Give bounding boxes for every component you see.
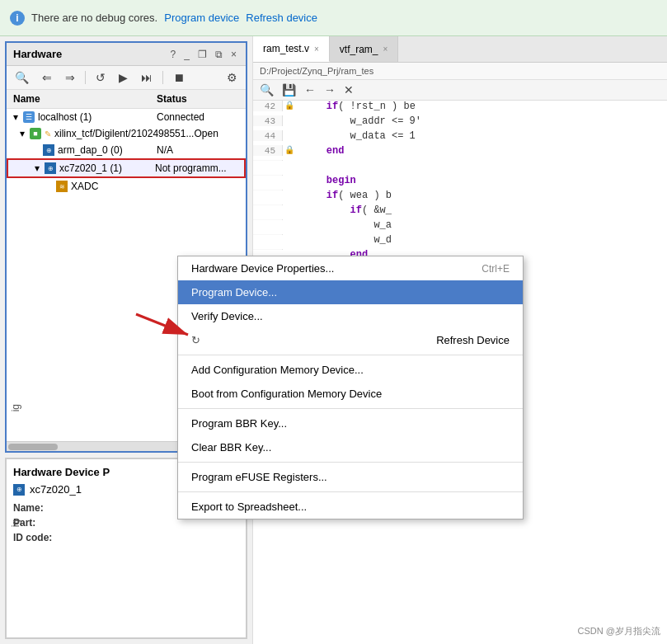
settings-button[interactable]: ⚙: [223, 69, 241, 86]
tree-item-xc7[interactable]: ▾ ⊕ xc7z020_1 (1) Not programm...: [7, 158, 246, 178]
restore-button[interactable]: ❐: [195, 49, 209, 60]
code-line-if-wea: if( wea ) b: [253, 190, 667, 204]
prop-id: ID code:: [13, 532, 239, 543]
hardware-panel-title: Hardware: [13, 48, 62, 60]
menu-program-label: Program Device...: [191, 286, 277, 298]
menu-refresh-device[interactable]: ↻ Refresh Device: [178, 328, 523, 352]
scrollbar-thumb[interactable]: [8, 444, 58, 450]
xadc-icon: ≋: [56, 181, 68, 192]
line-code-44: w_data <= 1: [296, 130, 416, 142]
menu-hw-props-label: Hardware Device Properties...: [191, 262, 334, 275]
line-code-begin: begin: [296, 175, 356, 186]
menu-boot-config[interactable]: Boot from Configuration Memory Device: [178, 382, 523, 406]
refresh-button[interactable]: ↺: [92, 69, 109, 86]
tree-item-localhost[interactable]: ▾ ☰ localhost (1) Connected: [7, 109, 246, 125]
line-num-44: 44: [253, 130, 283, 141]
menu-program-device[interactable]: Program Device...: [178, 280, 523, 304]
line-code-43: w_addr <= 9': [296, 115, 421, 127]
xc7-status: Not programm...: [155, 162, 237, 174]
save-button[interactable]: 💾: [282, 83, 296, 96]
line-num-42: 42: [253, 101, 283, 111]
forward-button[interactable]: →: [324, 83, 336, 96]
info-text: There are no debug cores.: [31, 12, 157, 24]
menu-program-bbr-label: Program BBR Key...: [191, 417, 287, 430]
menu-export-spreadsheet[interactable]: Export to Spreadsheet...: [178, 495, 523, 519]
line-num-if-wea: [253, 190, 283, 190]
ig-label-1: ig: [10, 404, 21, 411]
menu-sep-2: [178, 408, 523, 409]
tab-bar: ram_test.v × vtf_ram_ ×: [253, 36, 667, 63]
tab-ram-test-close[interactable]: ×: [314, 45, 319, 54]
server-icon: ☰: [23, 111, 35, 123]
expand-icon-xc7: ▾: [35, 162, 40, 174]
minimize-button[interactable]: _: [181, 49, 192, 60]
menu-sep-4: [178, 491, 523, 492]
search-button[interactable]: 🔍: [12, 69, 32, 86]
line-num-blank: [253, 160, 283, 161]
menu-program-efuse-label: Program eFUSE Registers...: [191, 471, 327, 483]
menu-verify-device[interactable]: Verify Device...: [178, 304, 523, 328]
back-button[interactable]: ←: [304, 83, 316, 96]
search-code-button[interactable]: 🔍: [260, 83, 274, 96]
ig-label-2: ig: [10, 519, 21, 527]
toolbar-sep-2: [162, 71, 163, 84]
menu-export-label: Export to Spreadsheet...: [191, 501, 307, 513]
tab-vtf-ram[interactable]: vtf_ram_ ×: [330, 36, 399, 62]
line-num-wd: [253, 234, 283, 235]
menu-program-efuse[interactable]: Program eFUSE Registers...: [178, 465, 523, 489]
line-num-if-addr: [253, 204, 283, 205]
code-line-44: 44 w_data <= 1: [253, 130, 667, 145]
watermark: CSDN @岁月指尖流: [578, 625, 660, 637]
info-icon: i: [10, 11, 25, 26]
file-path: D:/Project/Zynq_Prj/ram_tes: [253, 63, 667, 80]
code-line-45: 45 🔒 end: [253, 145, 667, 160]
close-button[interactable]: ×: [228, 49, 239, 60]
program-device-link[interactable]: Program device: [164, 12, 239, 24]
tree-item-tcf[interactable]: ▾ ■ ✎ xilinx_tcf/Digilent/2102498551... …: [7, 125, 246, 142]
tab-vtf-ram-label: vtf_ram_: [340, 44, 378, 55]
tab-vtf-ram-close[interactable]: ×: [383, 45, 388, 54]
xc7-icon: ⊕: [45, 162, 56, 174]
code-line-begin: begin: [253, 175, 667, 190]
tcf-label: xilinx_tcf/Digilent/2102498551...: [54, 128, 194, 139]
arm-icon: ⊕: [43, 144, 54, 156]
line-num-wa: [253, 219, 283, 220]
collapse-all-button[interactable]: ⇐: [39, 69, 55, 86]
pencil-icon: ✎: [45, 129, 51, 139]
xc7-label: xc7z020_1 (1): [59, 162, 122, 174]
help-button[interactable]: ?: [168, 49, 179, 60]
line-code-42: if( !rst_n ) be: [296, 101, 416, 112]
expand-button[interactable]: ⇒: [62, 69, 78, 86]
tree-item-xadc[interactable]: ▾ ≋ XADC: [7, 178, 246, 195]
tree-header: Name Status: [7, 90, 246, 109]
line-lock-42: 🔒: [283, 101, 296, 110]
external-button[interactable]: ⧉: [213, 49, 225, 60]
column-status: Status: [157, 93, 239, 105]
info-bar: i There are no debug cores. Program devi…: [0, 0, 667, 36]
menu-add-config-memory[interactable]: Add Configuration Memory Device...: [178, 358, 523, 382]
expand-icon-tcf: ▾: [20, 128, 25, 139]
refresh-device-link[interactable]: Refresh device: [246, 12, 317, 24]
code-line-if-addr: if( &w_: [253, 204, 667, 219]
tab-ram-test[interactable]: ram_test.v ×: [253, 36, 330, 62]
stop-button[interactable]: ⏹: [170, 69, 188, 86]
menu-refresh-label: Refresh Device: [436, 334, 510, 346]
menu-sep-3: [178, 462, 523, 463]
tree-item-arm[interactable]: ▾ ⊕ arm_dap_0 (0) N/A: [7, 142, 246, 158]
prop-name-label: Name:: [13, 502, 71, 514]
refresh-spin-icon: ↻: [191, 334, 200, 346]
line-num-begin: [253, 175, 283, 176]
toolbar-sep-1: [85, 71, 86, 84]
line-code-if-addr: if( &w_: [296, 204, 392, 216]
line-lock-45: 🔒: [283, 145, 296, 155]
menu-clear-bbr[interactable]: Clear BBR Key...: [178, 435, 523, 459]
expand-icon-localhost: ▾: [13, 111, 18, 123]
step-button[interactable]: ⏭: [138, 69, 156, 86]
bookmark-button[interactable]: ✕: [344, 83, 354, 96]
menu-program-bbr[interactable]: Program BBR Key...: [178, 411, 523, 435]
menu-hw-device-properties[interactable]: Hardware Device Properties... Ctrl+E: [178, 256, 523, 280]
device-chip-icon: ⊕: [13, 484, 25, 496]
code-line-wd: w_d: [253, 234, 667, 249]
tab-ram-test-label: ram_test.v: [263, 43, 309, 54]
run-button[interactable]: ▶: [115, 69, 131, 86]
